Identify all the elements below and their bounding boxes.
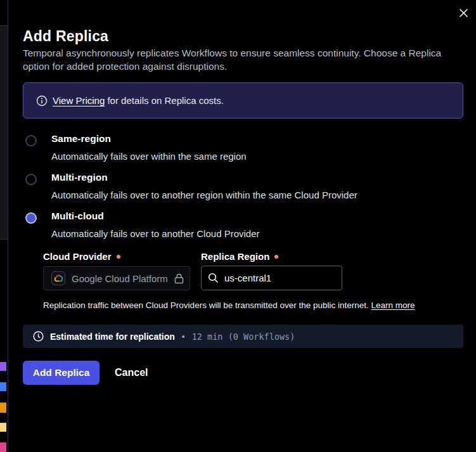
action-buttons: Add Replica Cancel	[23, 361, 148, 385]
required-dot	[117, 255, 120, 259]
traffic-note-text: Replication traffic between Cloud Provid…	[43, 300, 369, 310]
option-label[interactable]: Same-region	[51, 133, 460, 145]
view-pricing-link[interactable]: View Pricing	[53, 95, 105, 106]
background-page-strip	[0, 0, 8, 452]
background-list-item	[0, 403, 6, 413]
replica-region-label-text: Replica Region	[201, 251, 269, 262]
background-panel	[0, 25, 8, 240]
radio-option-same-region: Same-region Automatically fails over wit…	[23, 133, 460, 162]
info-icon	[36, 95, 48, 107]
option-description: Automatically fails over to another regi…	[51, 190, 460, 200]
cloud-provider-label: Cloud Provider	[43, 251, 120, 262]
pricing-info-banner: View Pricing for details on Replica cost…	[23, 82, 463, 119]
gcp-logo-icon	[51, 271, 65, 285]
background-list-item	[0, 382, 6, 391]
radio-button[interactable]	[25, 135, 37, 146]
replica-region-input[interactable]	[224, 273, 335, 283]
estimate-separator: •	[182, 332, 185, 342]
radio-button[interactable]	[25, 212, 37, 224]
traffic-note: Replication traffic between Cloud Provid…	[43, 300, 415, 310]
required-dot	[274, 255, 278, 259]
lock-icon	[174, 273, 184, 284]
radio-option-multi-cloud: Multi-cloud Automatically fails over to …	[23, 210, 460, 239]
add-replica-modal: Add Replica Temporal asynchronously repl…	[8, 0, 476, 452]
background-list-item	[0, 423, 6, 432]
cancel-button[interactable]: Cancel	[115, 367, 148, 378]
search-icon	[208, 273, 219, 283]
estimate-value: 12 min (0 Workflows)	[192, 332, 295, 342]
learn-more-link[interactable]: Learn more	[371, 300, 415, 310]
clock-icon	[33, 331, 44, 342]
pricing-rest-text: for details on Replica costs.	[105, 95, 224, 106]
add-replica-button[interactable]: Add Replica	[23, 361, 100, 385]
cloud-provider-label-text: Cloud Provider	[43, 251, 112, 262]
page-title: Add Replica	[23, 28, 108, 45]
background-list-item	[0, 442, 6, 452]
estimate-banner: Estimated time for replication • 12 min …	[23, 325, 463, 348]
option-label[interactable]: Multi-cloud	[51, 210, 460, 222]
close-icon[interactable]	[456, 5, 471, 20]
modal-description: Temporal asynchronously replicates Workf…	[23, 46, 451, 73]
pricing-text: View Pricing for details on Replica cost…	[53, 95, 224, 106]
screen: Add Replica Temporal asynchronously repl…	[0, 0, 476, 452]
option-description: Automatically fails over to another Clou…	[51, 228, 460, 239]
cloud-provider-value: Google Cloud Platform	[72, 273, 168, 284]
replica-region-label: Replica Region	[201, 251, 278, 262]
radio-button[interactable]	[25, 174, 37, 185]
estimate-label: Estimated time for replication	[50, 332, 175, 342]
option-label[interactable]: Multi-region	[51, 172, 460, 183]
background-list-item	[0, 362, 6, 371]
replica-region-field	[201, 266, 342, 290]
radio-option-multi-region: Multi-region Automatically fails over to…	[23, 172, 460, 200]
option-description: Automatically fails over within the same…	[51, 151, 460, 162]
cloud-provider-select[interactable]: Google Cloud Platform	[43, 266, 190, 290]
